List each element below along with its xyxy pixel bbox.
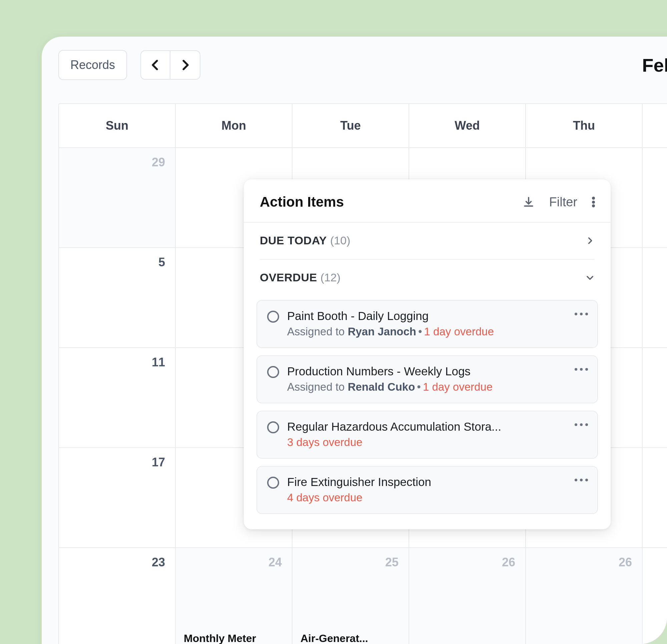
task-item[interactable]: Fire Extinguisher Inspection 4 days over…	[257, 466, 598, 514]
day-header: Thu	[526, 104, 642, 147]
task-checkbox[interactable]	[267, 311, 279, 323]
task-subtitle: Assigned to Renald Cuko•1 day overdue	[287, 381, 587, 393]
overdue-items-list: Paint Booth - Daily Logging Assigned to …	[244, 300, 611, 529]
task-title: Regular Hazardous Accumulation Stora...	[287, 420, 587, 433]
task-assignee: Ryan Janoch	[348, 325, 416, 338]
action-items-panel: Action Items Filter DUE TODAY (10) OVERD…	[244, 179, 611, 529]
more-menu-icon[interactable]	[592, 196, 595, 208]
day-header: Mon	[176, 104, 292, 147]
month-nav	[141, 50, 200, 80]
overdue-badge: 1 day overdue	[424, 325, 494, 338]
due-today-header[interactable]: DUE TODAY (10)	[260, 234, 595, 256]
download-icon[interactable]	[523, 196, 535, 208]
calendar-event[interactable]: Monthly Meter	[184, 632, 284, 644]
task-item[interactable]: Production Numbers - Weekly Logs Assigne…	[257, 355, 598, 403]
calendar-cell[interactable]: 17	[59, 448, 176, 547]
chevron-left-icon	[149, 59, 162, 71]
day-header: Wed	[409, 104, 526, 147]
section-count: (12)	[321, 271, 341, 284]
calendar-row: 23 24 Monthly Meter 25 Air-Generat... 26…	[59, 548, 667, 644]
calendar-cell[interactable]: 11	[59, 348, 176, 447]
overdue-badge: 3 days overdue	[287, 436, 362, 448]
task-title: Fire Extinguisher Inspection	[287, 475, 587, 489]
next-month-button[interactable]	[170, 51, 200, 79]
task-title: Production Numbers - Weekly Logs	[287, 365, 587, 378]
task-menu-icon[interactable]	[575, 366, 588, 373]
section-count: (10)	[330, 234, 350, 247]
task-checkbox[interactable]	[267, 421, 279, 433]
calendar-cell[interactable]: 26	[409, 548, 526, 644]
task-checkbox[interactable]	[267, 477, 279, 489]
task-subtitle: 3 days overdue	[287, 436, 587, 449]
chevron-right-icon	[585, 236, 595, 245]
calendar-cell[interactable]: 26	[526, 548, 642, 644]
task-item[interactable]: Regular Hazardous Accumulation Stora... …	[257, 411, 598, 459]
overdue-header[interactable]: OVERDUE (12)	[260, 271, 595, 293]
overdue-badge: 1 day overdue	[423, 381, 492, 393]
task-item[interactable]: Paint Booth - Daily Logging Assigned to …	[257, 300, 598, 348]
calendar-cell[interactable]: 25 Air-Generat...	[292, 548, 409, 644]
task-title: Paint Booth - Daily Logging	[287, 309, 587, 323]
chevron-right-icon	[179, 59, 192, 71]
month-title: February	[642, 54, 667, 76]
calendar-cell[interactable]: 23	[59, 548, 176, 644]
chevron-down-icon	[585, 273, 595, 282]
calendar-cell[interactable]: 24 Monthly Meter	[176, 548, 292, 644]
prev-month-button[interactable]	[141, 51, 170, 79]
day-header: Tue	[292, 104, 409, 147]
task-subtitle: Assigned to Ryan Janoch•1 day overdue	[287, 325, 587, 338]
topbar: Records February	[42, 37, 667, 90]
task-subtitle: 4 days overdue	[287, 491, 587, 504]
day-header: Sun	[59, 104, 176, 147]
task-menu-icon[interactable]	[575, 311, 588, 317]
panel-header: Action Items Filter	[244, 179, 611, 223]
panel-title: Action Items	[260, 194, 344, 210]
calendar-event[interactable]: Air-Generat...	[300, 632, 401, 644]
calendar-cell[interactable]: 5	[59, 248, 176, 347]
task-menu-icon[interactable]	[575, 421, 588, 428]
task-assignee: Renald Cuko	[348, 381, 415, 393]
overdue-section: OVERDUE (12)	[244, 260, 611, 296]
calendar-header-row: Sun Mon Tue Wed Thu	[59, 104, 667, 148]
calendar-cell[interactable]: 29	[59, 148, 176, 247]
due-today-section: DUE TODAY (10)	[244, 223, 611, 259]
panel-actions: Filter	[523, 195, 595, 209]
task-menu-icon[interactable]	[575, 477, 588, 483]
task-checkbox[interactable]	[267, 366, 279, 378]
records-button[interactable]: Records	[59, 50, 127, 80]
section-title: DUE TODAY	[260, 234, 327, 247]
section-title: OVERDUE	[260, 271, 317, 284]
filter-button[interactable]: Filter	[549, 195, 577, 209]
overdue-badge: 4 days overdue	[287, 491, 362, 503]
